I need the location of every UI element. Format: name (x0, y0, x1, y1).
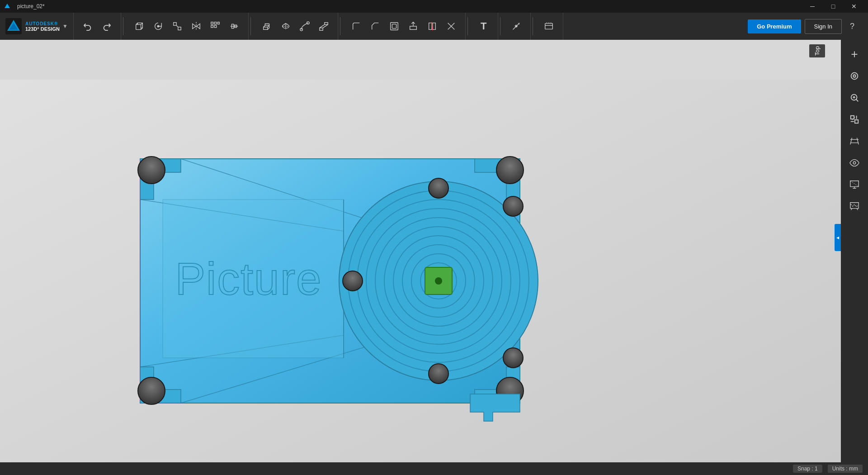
fillet-button[interactable] (348, 18, 365, 35)
svg-rect-23 (325, 23, 328, 25)
autodesk-logo-icon (5, 18, 22, 34)
revolve-button[interactable] (277, 18, 294, 35)
help-button[interactable]: ? (845, 19, 859, 33)
rotate-tool-button[interactable] (150, 18, 167, 35)
svg-marker-0 (5, 4, 10, 8)
view-label: Top (809, 44, 825, 57)
svg-rect-25 (392, 24, 396, 28)
right-panel (841, 40, 868, 475)
logo-text: AUTODESK® 123D° DESIGN (25, 21, 60, 32)
pattern-tool-button[interactable] (207, 18, 224, 35)
titlebar: picture_02* ─ □ ✕ (0, 0, 868, 13)
measure-button[interactable] (508, 18, 525, 35)
svg-rect-18 (263, 27, 267, 30)
svg-rect-26 (410, 26, 416, 29)
split-button[interactable] (424, 18, 441, 35)
svg-point-51 (435, 277, 442, 285)
redo-button[interactable] (98, 18, 115, 35)
window-title: picture_02* (14, 3, 802, 10)
extrude-button[interactable] (258, 18, 275, 35)
scale-tool-button[interactable] (169, 18, 186, 35)
go-premium-button[interactable]: Go Premium (748, 19, 801, 33)
svg-rect-6 (174, 23, 176, 25)
svg-point-55 (503, 196, 523, 216)
svg-rect-12 (217, 22, 219, 24)
svg-rect-4 (136, 24, 141, 29)
svg-rect-14 (214, 25, 217, 28)
svg-point-52 (429, 178, 448, 198)
svg-rect-13 (211, 25, 213, 28)
svg-point-30 (515, 25, 517, 27)
svg-point-64 (853, 75, 856, 77)
svg-rect-22 (320, 28, 323, 30)
fit-all-button[interactable] (844, 109, 864, 129)
toolbar-right: Go Premium Sign In ? (748, 19, 868, 34)
statusbar: Snap : 1 Units : mm (0, 462, 868, 475)
svg-rect-10 (211, 22, 213, 24)
main-toolbar: AUTODESK® 123D° DESIGN ▼ (0, 13, 868, 40)
svg-point-58 (496, 157, 524, 184)
undo-redo-group (74, 13, 121, 40)
svg-rect-24 (391, 23, 398, 30)
window-controls: ─ □ ✕ (802, 0, 864, 13)
svg-point-54 (343, 271, 363, 291)
text-group: T (470, 13, 498, 40)
svg-line-66 (856, 100, 859, 102)
loft-button[interactable] (315, 18, 332, 35)
sketch-group (253, 13, 338, 40)
units-button[interactable]: Units : mm (828, 465, 863, 473)
svg-point-56 (503, 348, 523, 368)
sign-in-button[interactable]: Sign In (805, 19, 842, 34)
import-button[interactable] (540, 18, 557, 35)
logo-dropdown[interactable]: ▼ (62, 23, 68, 29)
perspective-button[interactable] (844, 131, 864, 151)
chamfer-button[interactable] (367, 18, 384, 35)
product-name: 123D° DESIGN (25, 26, 60, 32)
svg-point-53 (429, 364, 448, 384)
display-mode-button[interactable] (844, 175, 864, 195)
text-button[interactable]: T (475, 18, 492, 35)
svg-point-57 (138, 157, 165, 184)
svg-point-5 (157, 25, 159, 27)
snap-button[interactable]: Snap : 1 (793, 465, 822, 473)
delete-button[interactable] (443, 18, 460, 35)
close-button[interactable]: ✕ (844, 0, 864, 13)
primitives-group (125, 13, 249, 40)
import-group (535, 13, 563, 40)
modify-group (342, 13, 466, 40)
svg-line-76 (850, 181, 859, 187)
zoom-extents-button[interactable] (844, 66, 864, 86)
svg-rect-11 (214, 22, 217, 24)
undo-button[interactable] (79, 18, 96, 35)
sweep-button[interactable] (296, 18, 313, 35)
svg-point-75 (853, 162, 856, 164)
viewport[interactable]: Picture (0, 40, 859, 475)
brand-name: AUTODESK® (25, 21, 60, 26)
svg-point-59 (138, 377, 165, 404)
box-tool-button[interactable] (131, 18, 148, 35)
svg-point-63 (851, 73, 858, 80)
svg-rect-7 (178, 27, 181, 30)
svg-line-8 (176, 25, 178, 27)
panel-toggle-tab[interactable] (835, 224, 841, 251)
minimize-button[interactable]: ─ (802, 0, 823, 13)
svg-rect-70 (855, 120, 858, 123)
hide-button[interactable] (844, 153, 864, 173)
mirror-tool-button[interactable] (188, 18, 205, 35)
maximize-button[interactable]: □ (823, 0, 844, 13)
press-button[interactable] (405, 18, 422, 35)
model-canvas[interactable]: Picture (0, 80, 841, 475)
logo-area: AUTODESK® 123D° DESIGN ▼ (0, 13, 74, 40)
svg-text:Picture: Picture (175, 253, 322, 304)
sketch-display-button[interactable] (844, 196, 864, 216)
shell-button[interactable] (386, 18, 403, 35)
align-tool-button[interactable] (226, 18, 243, 35)
svg-rect-31 (545, 24, 553, 29)
svg-rect-69 (851, 116, 854, 119)
measure-group (502, 13, 531, 40)
zoom-in-button[interactable] (844, 44, 864, 64)
zoom-window-button[interactable] (844, 88, 864, 108)
